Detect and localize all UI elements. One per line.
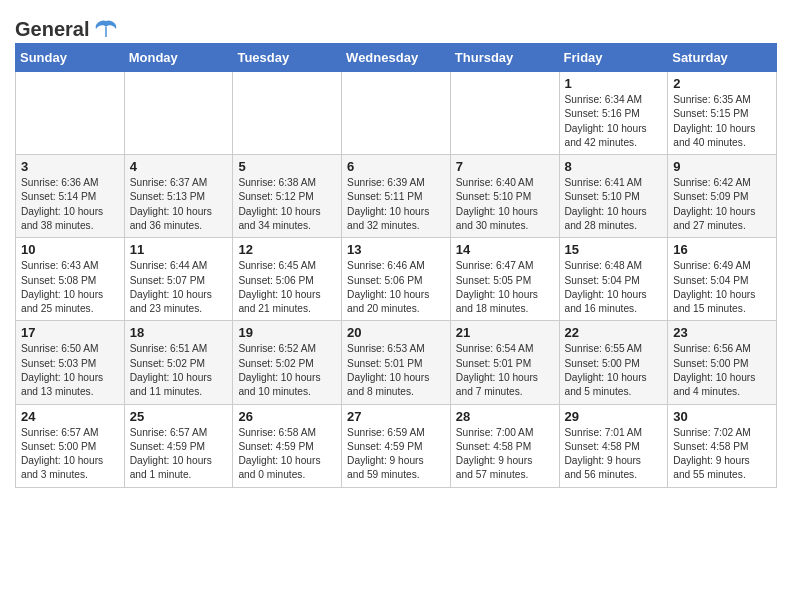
calendar-week-row: 1Sunrise: 6:34 AM Sunset: 5:16 PM Daylig… — [16, 72, 777, 155]
day-info: Sunrise: 6:56 AM Sunset: 5:00 PM Dayligh… — [673, 342, 771, 399]
day-info: Sunrise: 6:53 AM Sunset: 5:01 PM Dayligh… — [347, 342, 445, 399]
logo: General — [15, 10, 120, 39]
calendar-cell: 15Sunrise: 6:48 AM Sunset: 5:04 PM Dayli… — [559, 238, 668, 321]
calendar-cell: 29Sunrise: 7:01 AM Sunset: 4:58 PM Dayli… — [559, 404, 668, 487]
weekday-header: Friday — [559, 44, 668, 72]
calendar-cell: 11Sunrise: 6:44 AM Sunset: 5:07 PM Dayli… — [124, 238, 233, 321]
day-info: Sunrise: 6:52 AM Sunset: 5:02 PM Dayligh… — [238, 342, 336, 399]
weekday-header: Tuesday — [233, 44, 342, 72]
calendar-cell: 3Sunrise: 6:36 AM Sunset: 5:14 PM Daylig… — [16, 155, 125, 238]
day-info: Sunrise: 6:34 AM Sunset: 5:16 PM Dayligh… — [565, 93, 663, 150]
day-number: 5 — [238, 159, 336, 174]
day-info: Sunrise: 6:49 AM Sunset: 5:04 PM Dayligh… — [673, 259, 771, 316]
day-info: Sunrise: 7:02 AM Sunset: 4:58 PM Dayligh… — [673, 426, 771, 483]
day-number: 28 — [456, 409, 554, 424]
calendar-cell: 16Sunrise: 6:49 AM Sunset: 5:04 PM Dayli… — [668, 238, 777, 321]
calendar-cell: 12Sunrise: 6:45 AM Sunset: 5:06 PM Dayli… — [233, 238, 342, 321]
day-info: Sunrise: 7:00 AM Sunset: 4:58 PM Dayligh… — [456, 426, 554, 483]
day-number: 30 — [673, 409, 771, 424]
day-info: Sunrise: 7:01 AM Sunset: 4:58 PM Dayligh… — [565, 426, 663, 483]
calendar-week-row: 24Sunrise: 6:57 AM Sunset: 5:00 PM Dayli… — [16, 404, 777, 487]
day-number: 11 — [130, 242, 228, 257]
calendar-cell: 17Sunrise: 6:50 AM Sunset: 5:03 PM Dayli… — [16, 321, 125, 404]
calendar-cell — [233, 72, 342, 155]
day-number: 10 — [21, 242, 119, 257]
calendar-cell: 30Sunrise: 7:02 AM Sunset: 4:58 PM Dayli… — [668, 404, 777, 487]
calendar-cell: 8Sunrise: 6:41 AM Sunset: 5:10 PM Daylig… — [559, 155, 668, 238]
day-number: 1 — [565, 76, 663, 91]
day-info: Sunrise: 6:48 AM Sunset: 5:04 PM Dayligh… — [565, 259, 663, 316]
day-number: 9 — [673, 159, 771, 174]
day-number: 24 — [21, 409, 119, 424]
day-info: Sunrise: 6:40 AM Sunset: 5:10 PM Dayligh… — [456, 176, 554, 233]
calendar-body: 1Sunrise: 6:34 AM Sunset: 5:16 PM Daylig… — [16, 72, 777, 488]
day-number: 6 — [347, 159, 445, 174]
calendar-cell: 21Sunrise: 6:54 AM Sunset: 5:01 PM Dayli… — [450, 321, 559, 404]
calendar-cell: 4Sunrise: 6:37 AM Sunset: 5:13 PM Daylig… — [124, 155, 233, 238]
day-info: Sunrise: 6:41 AM Sunset: 5:10 PM Dayligh… — [565, 176, 663, 233]
day-number: 21 — [456, 325, 554, 340]
logo-bird-icon — [92, 15, 120, 43]
weekday-header: Sunday — [16, 44, 125, 72]
day-number: 19 — [238, 325, 336, 340]
calendar-week-row: 10Sunrise: 6:43 AM Sunset: 5:08 PM Dayli… — [16, 238, 777, 321]
day-info: Sunrise: 6:58 AM Sunset: 4:59 PM Dayligh… — [238, 426, 336, 483]
day-info: Sunrise: 6:54 AM Sunset: 5:01 PM Dayligh… — [456, 342, 554, 399]
calendar-cell: 25Sunrise: 6:57 AM Sunset: 4:59 PM Dayli… — [124, 404, 233, 487]
day-number: 27 — [347, 409, 445, 424]
calendar-week-row: 3Sunrise: 6:36 AM Sunset: 5:14 PM Daylig… — [16, 155, 777, 238]
calendar-table: SundayMondayTuesdayWednesdayThursdayFrid… — [15, 43, 777, 488]
calendar-cell: 28Sunrise: 7:00 AM Sunset: 4:58 PM Dayli… — [450, 404, 559, 487]
day-info: Sunrise: 6:55 AM Sunset: 5:00 PM Dayligh… — [565, 342, 663, 399]
day-number: 3 — [21, 159, 119, 174]
day-number: 12 — [238, 242, 336, 257]
calendar-cell: 5Sunrise: 6:38 AM Sunset: 5:12 PM Daylig… — [233, 155, 342, 238]
day-number: 29 — [565, 409, 663, 424]
day-info: Sunrise: 6:43 AM Sunset: 5:08 PM Dayligh… — [21, 259, 119, 316]
day-number: 13 — [347, 242, 445, 257]
day-number: 16 — [673, 242, 771, 257]
day-info: Sunrise: 6:39 AM Sunset: 5:11 PM Dayligh… — [347, 176, 445, 233]
weekday-header: Monday — [124, 44, 233, 72]
day-number: 7 — [456, 159, 554, 174]
calendar-header-row: SundayMondayTuesdayWednesdayThursdayFrid… — [16, 44, 777, 72]
calendar-cell: 14Sunrise: 6:47 AM Sunset: 5:05 PM Dayli… — [450, 238, 559, 321]
calendar-cell: 10Sunrise: 6:43 AM Sunset: 5:08 PM Dayli… — [16, 238, 125, 321]
calendar-cell: 9Sunrise: 6:42 AM Sunset: 5:09 PM Daylig… — [668, 155, 777, 238]
weekday-header: Wednesday — [342, 44, 451, 72]
day-number: 4 — [130, 159, 228, 174]
calendar-cell: 20Sunrise: 6:53 AM Sunset: 5:01 PM Dayli… — [342, 321, 451, 404]
day-number: 23 — [673, 325, 771, 340]
day-number: 20 — [347, 325, 445, 340]
calendar-cell: 6Sunrise: 6:39 AM Sunset: 5:11 PM Daylig… — [342, 155, 451, 238]
day-number: 15 — [565, 242, 663, 257]
day-info: Sunrise: 6:45 AM Sunset: 5:06 PM Dayligh… — [238, 259, 336, 316]
weekday-header: Saturday — [668, 44, 777, 72]
weekday-header: Thursday — [450, 44, 559, 72]
calendar-cell: 13Sunrise: 6:46 AM Sunset: 5:06 PM Dayli… — [342, 238, 451, 321]
day-info: Sunrise: 6:38 AM Sunset: 5:12 PM Dayligh… — [238, 176, 336, 233]
calendar-cell: 2Sunrise: 6:35 AM Sunset: 5:15 PM Daylig… — [668, 72, 777, 155]
day-number: 17 — [21, 325, 119, 340]
day-info: Sunrise: 6:59 AM Sunset: 4:59 PM Dayligh… — [347, 426, 445, 483]
calendar-cell: 18Sunrise: 6:51 AM Sunset: 5:02 PM Dayli… — [124, 321, 233, 404]
day-info: Sunrise: 6:35 AM Sunset: 5:15 PM Dayligh… — [673, 93, 771, 150]
day-number: 25 — [130, 409, 228, 424]
calendar-cell — [124, 72, 233, 155]
calendar-cell: 26Sunrise: 6:58 AM Sunset: 4:59 PM Dayli… — [233, 404, 342, 487]
day-info: Sunrise: 6:57 AM Sunset: 4:59 PM Dayligh… — [130, 426, 228, 483]
day-info: Sunrise: 6:46 AM Sunset: 5:06 PM Dayligh… — [347, 259, 445, 316]
day-number: 22 — [565, 325, 663, 340]
day-info: Sunrise: 6:47 AM Sunset: 5:05 PM Dayligh… — [456, 259, 554, 316]
calendar-cell: 23Sunrise: 6:56 AM Sunset: 5:00 PM Dayli… — [668, 321, 777, 404]
day-number: 26 — [238, 409, 336, 424]
day-number: 8 — [565, 159, 663, 174]
calendar-cell: 27Sunrise: 6:59 AM Sunset: 4:59 PM Dayli… — [342, 404, 451, 487]
day-info: Sunrise: 6:36 AM Sunset: 5:14 PM Dayligh… — [21, 176, 119, 233]
day-info: Sunrise: 6:50 AM Sunset: 5:03 PM Dayligh… — [21, 342, 119, 399]
calendar-cell: 22Sunrise: 6:55 AM Sunset: 5:00 PM Dayli… — [559, 321, 668, 404]
calendar-cell: 24Sunrise: 6:57 AM Sunset: 5:00 PM Dayli… — [16, 404, 125, 487]
logo-general: General — [15, 18, 89, 41]
day-info: Sunrise: 6:37 AM Sunset: 5:13 PM Dayligh… — [130, 176, 228, 233]
calendar-cell: 7Sunrise: 6:40 AM Sunset: 5:10 PM Daylig… — [450, 155, 559, 238]
